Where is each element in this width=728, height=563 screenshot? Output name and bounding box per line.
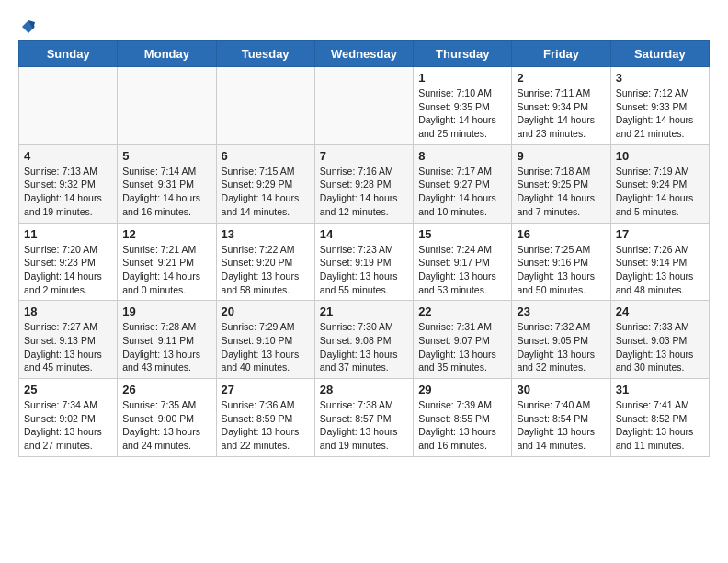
- day-info-text: Daylight: 14 hours and 5 minutes.: [616, 191, 704, 218]
- calendar-cell: 19Sunrise: 7:28 AMSunset: 9:11 PMDayligh…: [118, 301, 216, 379]
- calendar-cell: 5Sunrise: 7:14 AMSunset: 9:31 PMDaylight…: [118, 144, 216, 223]
- day-number: 30: [517, 383, 605, 396]
- page-header: [18, 18, 710, 31]
- day-info-text: Daylight: 14 hours and 14 minutes.: [222, 191, 310, 218]
- day-info-text: Daylight: 13 hours and 22 minutes.: [222, 425, 310, 452]
- day-info-text: Sunrise: 7:16 AM: [320, 165, 408, 178]
- day-number: 28: [320, 383, 408, 396]
- day-number: 15: [418, 227, 506, 241]
- day-number: 16: [517, 227, 605, 241]
- calendar-cell: 15Sunrise: 7:24 AMSunset: 9:17 PMDayligh…: [414, 223, 512, 301]
- day-info-text: Sunset: 9:31 PM: [122, 178, 210, 191]
- day-info-text: Daylight: 13 hours and 24 minutes.: [122, 425, 210, 452]
- calendar-cell: 11Sunrise: 7:20 AMSunset: 9:23 PMDayligh…: [19, 223, 118, 301]
- day-number: 9: [517, 149, 605, 163]
- calendar-cell: 27Sunrise: 7:36 AMSunset: 8:59 PMDayligh…: [216, 379, 314, 457]
- calendar-cell: 17Sunrise: 7:26 AMSunset: 9:14 PMDayligh…: [610, 223, 709, 301]
- day-info-text: Daylight: 13 hours and 50 minutes.: [517, 270, 605, 296]
- day-info-text: Sunrise: 7:11 AM: [517, 86, 605, 100]
- day-info-text: Daylight: 13 hours and 53 minutes.: [418, 270, 506, 296]
- calendar-cell: 23Sunrise: 7:32 AMSunset: 9:05 PMDayligh…: [512, 301, 610, 379]
- calendar-week-row: 4Sunrise: 7:13 AMSunset: 9:32 PMDaylight…: [19, 144, 710, 223]
- day-number: 2: [517, 71, 605, 85]
- day-info-text: Sunrise: 7:40 AM: [517, 398, 605, 412]
- calendar-cell: 21Sunrise: 7:30 AMSunset: 9:08 PMDayligh…: [314, 301, 413, 379]
- day-info-text: Sunset: 9:17 PM: [418, 256, 506, 270]
- day-info-text: Daylight: 14 hours and 19 minutes.: [24, 191, 112, 218]
- calendar-cell: 7Sunrise: 7:16 AMSunset: 9:28 PMDaylight…: [314, 144, 413, 223]
- day-number: 1: [418, 71, 506, 85]
- calendar-cell: 12Sunrise: 7:21 AMSunset: 9:21 PMDayligh…: [118, 223, 216, 301]
- day-info-text: Sunrise: 7:34 AM: [24, 398, 112, 412]
- day-info-text: Sunset: 9:33 PM: [616, 100, 704, 114]
- day-number: 3: [616, 71, 704, 85]
- day-number: 17: [616, 227, 704, 241]
- day-info-text: Daylight: 13 hours and 27 minutes.: [24, 425, 112, 452]
- day-of-week-header: Sunday: [19, 41, 118, 67]
- day-info-text: Sunset: 9:11 PM: [122, 334, 210, 348]
- day-info-text: Sunset: 8:55 PM: [418, 412, 506, 426]
- day-info-text: Sunrise: 7:22 AM: [222, 243, 310, 257]
- day-info-text: Daylight: 13 hours and 48 minutes.: [616, 270, 704, 296]
- day-info-text: Sunset: 9:03 PM: [616, 334, 704, 348]
- day-info-text: Sunrise: 7:20 AM: [24, 243, 112, 257]
- day-info-text: Sunset: 9:14 PM: [616, 256, 704, 270]
- day-info-text: Daylight: 14 hours and 16 minutes.: [122, 191, 210, 218]
- calendar-cell: 24Sunrise: 7:33 AMSunset: 9:03 PMDayligh…: [610, 301, 709, 379]
- day-info-text: Daylight: 13 hours and 40 minutes.: [222, 348, 310, 374]
- day-info-text: Daylight: 13 hours and 55 minutes.: [320, 270, 408, 296]
- day-info-text: Sunrise: 7:15 AM: [222, 165, 310, 178]
- day-info-text: Sunset: 9:35 PM: [418, 100, 506, 114]
- day-info-text: Daylight: 13 hours and 30 minutes.: [616, 348, 704, 374]
- calendar-cell: 9Sunrise: 7:18 AMSunset: 9:25 PMDaylight…: [512, 144, 610, 223]
- day-info-text: Daylight: 13 hours and 32 minutes.: [517, 348, 605, 374]
- calendar-cell: [19, 67, 118, 145]
- calendar-cell: [118, 67, 216, 145]
- day-info-text: Daylight: 13 hours and 43 minutes.: [122, 348, 210, 374]
- day-number: 27: [222, 383, 310, 396]
- day-info-text: Sunset: 9:07 PM: [418, 334, 506, 348]
- calendar-header-row: SundayMondayTuesdayWednesdayThursdayFrid…: [19, 41, 710, 67]
- logo: [18, 18, 37, 31]
- day-info-text: Daylight: 13 hours and 16 minutes.: [418, 425, 506, 452]
- calendar-cell: 2Sunrise: 7:11 AMSunset: 9:34 PMDaylight…: [512, 67, 610, 145]
- day-info-text: Sunset: 9:16 PM: [517, 256, 605, 270]
- day-info-text: Sunset: 9:32 PM: [24, 178, 112, 191]
- calendar-table: SundayMondayTuesdayWednesdayThursdayFrid…: [18, 40, 710, 457]
- calendar-cell: 30Sunrise: 7:40 AMSunset: 8:54 PMDayligh…: [512, 379, 610, 457]
- day-info-text: Sunset: 8:54 PM: [517, 412, 605, 426]
- day-info-text: Sunrise: 7:41 AM: [616, 398, 704, 412]
- day-of-week-header: Tuesday: [216, 41, 314, 67]
- calendar-cell: 22Sunrise: 7:31 AMSunset: 9:07 PMDayligh…: [414, 301, 512, 379]
- day-info-text: Sunrise: 7:23 AM: [320, 243, 408, 257]
- day-number: 25: [24, 383, 112, 396]
- calendar-cell: 10Sunrise: 7:19 AMSunset: 9:24 PMDayligh…: [610, 144, 709, 223]
- day-of-week-header: Saturday: [610, 41, 709, 67]
- day-info-text: Sunset: 9:24 PM: [616, 178, 704, 191]
- calendar-cell: 4Sunrise: 7:13 AMSunset: 9:32 PMDaylight…: [19, 144, 118, 223]
- day-number: 21: [320, 304, 408, 318]
- day-of-week-header: Thursday: [414, 41, 512, 67]
- calendar-cell: 6Sunrise: 7:15 AMSunset: 9:29 PMDaylight…: [216, 144, 314, 223]
- day-number: 5: [122, 149, 210, 163]
- day-info-text: Sunrise: 7:10 AM: [418, 86, 506, 100]
- day-info-text: Daylight: 13 hours and 45 minutes.: [24, 348, 112, 374]
- calendar-cell: 18Sunrise: 7:27 AMSunset: 9:13 PMDayligh…: [19, 301, 118, 379]
- day-number: 7: [320, 149, 408, 163]
- day-info-text: Sunrise: 7:13 AM: [24, 165, 112, 178]
- calendar-cell: 3Sunrise: 7:12 AMSunset: 9:33 PMDaylight…: [610, 67, 709, 145]
- day-number: 12: [122, 227, 210, 241]
- calendar-week-row: 18Sunrise: 7:27 AMSunset: 9:13 PMDayligh…: [19, 301, 710, 379]
- day-info-text: Sunset: 8:57 PM: [320, 412, 408, 426]
- calendar-cell: [314, 67, 413, 145]
- day-number: 4: [24, 149, 112, 163]
- calendar-cell: 14Sunrise: 7:23 AMSunset: 9:19 PMDayligh…: [314, 223, 413, 301]
- day-info-text: Daylight: 13 hours and 58 minutes.: [222, 270, 310, 296]
- day-info-text: Sunset: 9:05 PM: [517, 334, 605, 348]
- day-of-week-header: Monday: [118, 41, 216, 67]
- day-info-text: Sunset: 9:13 PM: [24, 334, 112, 348]
- day-number: 11: [24, 227, 112, 241]
- day-info-text: Daylight: 13 hours and 11 minutes.: [616, 425, 704, 452]
- day-info-text: Sunrise: 7:33 AM: [616, 320, 704, 334]
- day-info-text: Sunrise: 7:35 AM: [122, 398, 210, 412]
